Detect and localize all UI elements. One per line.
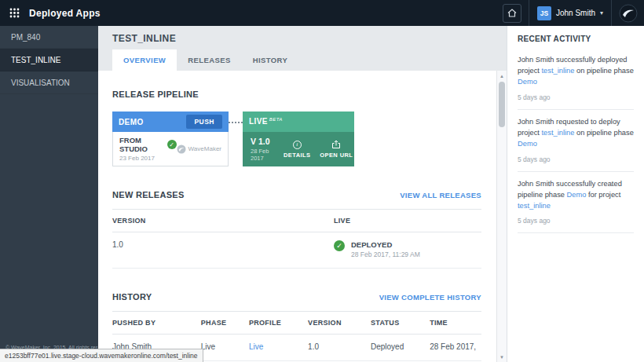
column-header-version: VERSION xyxy=(308,312,371,335)
project-link[interactable]: test_inline xyxy=(542,129,575,137)
tab-bar: OVERVIEW RELEASES HISTORY xyxy=(98,49,507,71)
push-button[interactable]: PUSH xyxy=(186,115,222,129)
live-card-body: V 1.0 28 Feb 2017 i DETAILS xyxy=(243,132,354,166)
check-circle-icon: ✓ xyxy=(334,240,345,251)
activity-time: 5 days ago xyxy=(518,217,634,225)
recent-activity-panel: RECENT ACTIVITY John Smith successfully … xyxy=(507,26,644,362)
main-panel: TEST_INLINE OVERVIEW RELEASES HISTORY RE… xyxy=(98,26,507,362)
history-time-cell: 28 Feb 2017, xyxy=(430,335,481,361)
home-icon xyxy=(507,8,518,18)
demo-card-header: DEMO PUSH xyxy=(112,112,229,132)
project-nav: PM_840 TEST_INLINE VISUALISATION xyxy=(0,26,98,94)
chevron-down-icon: ▾ xyxy=(600,9,603,16)
demo-deploy-date: 23 Feb 2017 xyxy=(119,155,177,162)
new-releases-heading: NEW RELEASES xyxy=(112,190,185,199)
release-version-cell: 1.0 xyxy=(112,232,334,269)
page-title: TEST_INLINE xyxy=(98,26,507,49)
project-link[interactable]: test_inline xyxy=(518,202,551,210)
wavemaker-badge-label: WaveMaker xyxy=(188,145,221,152)
activity-item: John Smith successfully deployed project… xyxy=(518,48,634,110)
scroll-down-icon[interactable]: ▼ xyxy=(497,352,507,362)
wavemaker-logo-icon[interactable] xyxy=(619,4,638,23)
history-phase-cell: Live xyxy=(201,335,249,361)
phase-name-demo: DEMO xyxy=(119,118,144,126)
table-row: 1.0 ✓ DEPLOYED 28 Feb 2017, 11:29 AM xyxy=(112,232,481,269)
sidebar-item-test-inline[interactable]: TEST_INLINE xyxy=(0,49,98,71)
project-link[interactable]: test_inline xyxy=(542,67,575,75)
activity-text: John Smith successfully deployed project… xyxy=(518,55,634,88)
pipeline-connector xyxy=(229,122,243,123)
column-header-pushed-by: PUSHED BY xyxy=(112,312,201,335)
activity-time: 5 days ago xyxy=(518,93,634,101)
activity-item: John Smith requested to deploy project t… xyxy=(518,110,634,172)
history-heading: HISTORY xyxy=(112,292,152,302)
column-header-status: STATUS xyxy=(371,312,430,335)
phase-link[interactable]: Demo xyxy=(518,78,537,86)
release-status-cell: ✓ DEPLOYED 28 Feb 2017, 11:29 AM xyxy=(334,240,478,258)
topbar: Deployed Apps JS John Smith ▾ xyxy=(0,0,644,26)
status-url-tooltip: e1253bff77e01.live.stage-cloud.wavemaker… xyxy=(0,349,203,362)
demo-card-body: FROM STUDIO ✓ 23 Feb 2017 WaveMaker xyxy=(112,132,229,166)
open-url-label: OPEN URL xyxy=(320,152,353,159)
column-header-live: LIVE xyxy=(334,210,481,232)
phase-link[interactable]: Demo xyxy=(518,140,537,148)
open-url-icon xyxy=(331,140,341,149)
view-complete-history-link[interactable]: VIEW COMPLETE HISTORY xyxy=(379,293,481,302)
open-url-button[interactable]: OPEN URL xyxy=(315,132,357,166)
sidebar-item-pm-840[interactable]: PM_840 xyxy=(0,26,98,49)
phase-name-live: LIVEBETA xyxy=(249,117,283,126)
new-releases-table: VERSION LIVE 1.0 ✓ DEPLOYED 28 Feb 2017 xyxy=(112,209,481,269)
view-all-releases-link[interactable]: VIEW ALL RELEASES xyxy=(400,191,481,199)
history-profile-link[interactable]: Live xyxy=(249,342,263,351)
deploy-time: 28 Feb 2017, 11:29 AM xyxy=(351,250,420,258)
pipeline-phase-demo-card: DEMO PUSH FROM STUDIO ✓ 23 Feb 2017 xyxy=(112,112,229,166)
activity-item: John Smith successfully created pipeline… xyxy=(518,172,634,234)
user-name: John Smith xyxy=(556,9,595,17)
apps-grid-icon[interactable] xyxy=(9,8,20,18)
activity-text: John Smith successfully created pipeline… xyxy=(518,179,634,212)
wavemaker-badge: WaveMaker xyxy=(177,144,221,154)
avatar: JS xyxy=(537,6,551,20)
info-icon: i xyxy=(293,141,302,149)
wavemaker-badge-icon xyxy=(177,144,186,154)
from-studio-label: FROM STUDIO xyxy=(119,136,163,153)
release-pipeline-heading: RELEASE PIPELINE xyxy=(112,90,481,99)
column-header-profile: PROFILE xyxy=(249,312,308,335)
details-label: DETAILS xyxy=(284,152,310,159)
tab-releases[interactable]: RELEASES xyxy=(177,49,241,71)
tab-overview[interactable]: OVERVIEW xyxy=(112,49,177,71)
history-version-cell: 1.0 xyxy=(308,335,371,361)
live-card-header: LIVEBETA xyxy=(243,112,354,132)
column-header-time: TIME xyxy=(430,312,481,335)
app-title: Deployed Apps xyxy=(29,8,101,19)
sidebar: PM_840 TEST_INLINE VISUALISATION © WaveM… xyxy=(0,26,98,362)
column-header-version: VERSION xyxy=(112,210,334,232)
history-status-cell: Deployed xyxy=(371,335,430,361)
check-circle-icon: ✓ xyxy=(167,140,177,149)
scrollbar-thumb[interactable] xyxy=(499,82,505,127)
column-header-phase: PHASE xyxy=(201,312,249,335)
vertical-scrollbar[interactable]: ▲ ▼ xyxy=(496,71,507,362)
tab-history[interactable]: HISTORY xyxy=(242,49,299,71)
phase-link[interactable]: Demo xyxy=(567,191,587,199)
deploy-status: DEPLOYED xyxy=(351,240,420,249)
live-version: V 1.0 xyxy=(251,137,271,146)
home-button[interactable] xyxy=(503,4,521,23)
pipeline-phase-live-card: LIVEBETA V 1.0 28 Feb 2017 i DETAILS xyxy=(243,112,354,166)
sidebar-item-visualisation[interactable]: VISUALISATION xyxy=(0,71,98,94)
user-menu[interactable]: JS John Smith ▾ xyxy=(529,0,612,26)
beta-tag: BETA xyxy=(269,117,283,122)
release-pipeline: DEMO PUSH FROM STUDIO ✓ 23 Feb 2017 xyxy=(112,112,481,166)
live-deploy-date: 28 Feb 2017 xyxy=(251,148,271,162)
overview-content: RELEASE PIPELINE DEMO PUSH FROM STUDIO ✓ xyxy=(98,71,507,362)
details-button[interactable]: i DETAILS xyxy=(279,132,315,166)
activity-text: John Smith requested to deploy project t… xyxy=(518,117,634,150)
recent-activity-heading: RECENT ACTIVITY xyxy=(518,35,634,48)
scroll-up-icon[interactable]: ▲ xyxy=(497,71,507,81)
activity-time: 5 days ago xyxy=(518,155,634,163)
